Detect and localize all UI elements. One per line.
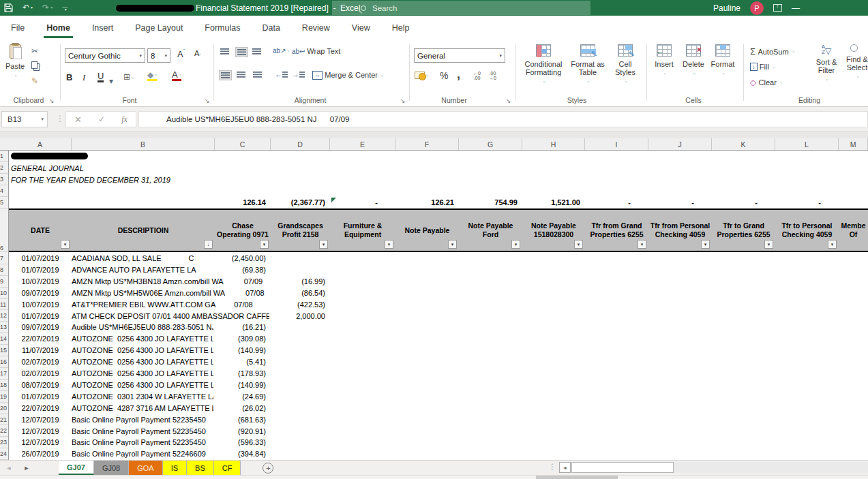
cell-styles-button[interactable]: ✎ Cell Styles▾ [608, 44, 642, 84]
conditional-formatting-button[interactable]: Conditional Formatting▾ [521, 44, 566, 84]
ribbon-display-options-icon[interactable] [773, 4, 782, 12]
paste-button[interactable]: Paste ▾ [3, 44, 27, 78]
row-header-2[interactable]: 2 [0, 162, 8, 174]
cell-amount[interactable]: (140.99) [215, 380, 266, 391]
column-header-C[interactable]: C [215, 138, 271, 150]
increase-decimal-button[interactable]: ←0.00 [473, 71, 481, 80]
cell-date[interactable]: 01/07/2019 [9, 391, 72, 403]
row-header-6[interactable]: 6 [0, 208, 8, 252]
cell-date[interactable]: 01/07/2019 [9, 311, 72, 322]
cell-date[interactable]: 01/07/2019 [9, 264, 72, 276]
ribbon-tab-formulas[interactable]: Formulas [194, 16, 251, 40]
total-cell-D[interactable]: (2,367.77) [271, 197, 325, 208]
total-cell-G[interactable]: 754.99 [459, 197, 518, 208]
filter-button-A[interactable]: ▾ [61, 240, 70, 249]
filter-button-C[interactable]: ▾ [260, 240, 269, 249]
delete-cells-button[interactable]: × Delete▾ [679, 44, 708, 76]
filter-button-E[interactable]: ▾ [385, 240, 393, 249]
row-header-19[interactable]: 19 [0, 391, 8, 403]
cell-date[interactable]: 10/07/2019 [9, 299, 72, 311]
cell-amount[interactable]: 2,000.00 [271, 311, 325, 322]
hscroll-thumb[interactable] [571, 462, 674, 473]
ribbon-tab-file[interactable]: File [0, 16, 35, 40]
row-header-15[interactable]: 15 [0, 345, 8, 356]
ribbon-tab-data[interactable]: Data [251, 16, 290, 40]
formula-input[interactable]: Audible US*MH6EJ5EU0 888-283-5051 NJ 07/… [138, 111, 868, 127]
column-header-I[interactable]: I [585, 138, 648, 150]
cell-description[interactable]: Basic Online Payroll Payment 52235450 [72, 437, 213, 448]
filter-button-B[interactable]: ↓ [204, 240, 213, 249]
row-header-20[interactable]: 20 [0, 403, 8, 414]
alignment-dialog-launcher-icon[interactable]: ↘ [400, 97, 406, 104]
align-left-button[interactable] [219, 70, 232, 80]
decrease-indent-button[interactable]: ← [275, 70, 288, 78]
cell-amount[interactable]: (26.02) [215, 403, 266, 414]
wrap-text-button[interactable]: ab↩ Wrap Text [292, 47, 340, 55]
chevron-down-icon[interactable]: ▾ [109, 76, 113, 86]
filter-button-D[interactable]: ▾ [319, 240, 328, 249]
row-header-13[interactable]: 13 [0, 322, 8, 333]
row-header-9[interactable]: 9 [0, 276, 8, 288]
avatar[interactable]: P [750, 1, 764, 15]
row-header-10[interactable]: 10 [0, 288, 8, 299]
align-right-button[interactable] [253, 72, 262, 78]
sort-filter-button[interactable]: AZ▽ Sort & Filter▾ [811, 44, 842, 82]
cell-date[interactable]: 09/07/2019 [9, 322, 72, 333]
cell-amount[interactable]: (24.69) [215, 391, 266, 403]
cell-date[interactable]: 01/07/2019 [9, 253, 72, 264]
cell-date[interactable]: 08/07/2019 [9, 380, 72, 391]
name-box[interactable]: B13▾ [1, 111, 48, 127]
number-format-select[interactable]: General▾ [414, 48, 505, 63]
sheet-tab-bs[interactable]: BS [187, 461, 214, 475]
customize-qat-button[interactable]: —▾ [62, 5, 68, 12]
confirm-entry-icon[interactable]: ✓ [98, 114, 105, 124]
cell-amount[interactable]: (86.54) [271, 288, 325, 299]
format-painter-button[interactable]: ✎ [31, 76, 38, 86]
column-header-B[interactable]: B [72, 138, 215, 150]
cell-amount[interactable]: (596.33) [215, 437, 266, 448]
cell-date[interactable]: 12/07/2019 [9, 437, 72, 448]
cell-date[interactable]: 12/07/2019 [9, 426, 72, 437]
splitter-dots-icon[interactable]: ⋮ [548, 462, 555, 472]
sheet-tab-gj08[interactable]: GJ08 [94, 461, 129, 475]
filter-button-L[interactable]: ▾ [828, 240, 837, 249]
row-header-5[interactable]: 5 [0, 197, 8, 208]
column-header-A[interactable]: A [9, 138, 72, 150]
cell-description[interactable]: AUTOZONE 0256 4300 JO LAFAYETTE LA [72, 345, 213, 356]
decrease-decimal-button[interactable]: .00→0 [489, 71, 496, 80]
accounting-format-button[interactable]: ▾ [415, 72, 428, 79]
font-dialog-launcher-icon[interactable]: ↘ [205, 97, 210, 104]
cell-description[interactable]: AUTOZONE 0301 2304 W LAFAYETTE LA [72, 391, 213, 403]
find-select-button[interactable]: Find & Select▾ [843, 44, 868, 80]
merge-center-button[interactable]: ↔ Merge & Center ▾ [312, 70, 383, 80]
cut-button[interactable]: ✂ [31, 46, 38, 56]
cell-description[interactable]: AMZN Mktp US*MH5W06E Amzn.com/bill WA 07… [72, 288, 269, 299]
total-cell-K[interactable]: - [712, 197, 758, 208]
column-header-E[interactable]: E [330, 138, 395, 150]
cell-description[interactable]: Basic Online Payroll Payment 52235450 [72, 414, 213, 426]
decrease-font-button[interactable]: Aˇ [194, 49, 201, 57]
cell-description[interactable]: ATM CHECK DEPOSIT 07/01 4400 AMBASSADOR … [72, 311, 269, 322]
cell-description[interactable]: AUTOZONE 0256 4300 JO LAFAYETTE LA [72, 368, 213, 380]
row-header-1[interactable]: 1 [0, 151, 8, 162]
cell-amount[interactable]: (2,450.00) [215, 253, 266, 264]
ribbon-tab-view[interactable]: View [341, 16, 381, 40]
sheet-tab-cf[interactable]: CF [214, 461, 241, 475]
row-header-24[interactable]: 24 [0, 448, 8, 460]
cell-date[interactable]: 22/07/2019 [9, 403, 72, 414]
cell-description[interactable]: ADVANCE AUTO PA LAFAYETTE LA [72, 264, 213, 276]
row-header-7[interactable]: 7 [0, 253, 8, 264]
cell-date[interactable]: 10/07/2019 [9, 276, 72, 288]
total-cell-E[interactable]: - [330, 197, 378, 208]
column-header-G[interactable]: G [459, 138, 522, 150]
clear-button[interactable]: ◇ Clear ▾ [750, 78, 782, 87]
cell-amount[interactable]: (16.99) [271, 276, 325, 288]
row-header-22[interactable]: 22 [0, 426, 8, 437]
cell-date[interactable]: 12/07/2019 [9, 414, 72, 426]
cell-description[interactable]: Audible US*MH6EJ5EU0 888-283-5051 NJ 07/… [72, 322, 213, 333]
sheet-tab-goa[interactable]: GOA [129, 461, 162, 475]
row-header-16[interactable]: 16 [0, 356, 8, 368]
bottom-align-button[interactable] [252, 48, 261, 55]
sheet-nav-right-icon[interactable]: ► [18, 461, 35, 475]
cell-date[interactable]: 02/07/2019 [9, 368, 72, 380]
